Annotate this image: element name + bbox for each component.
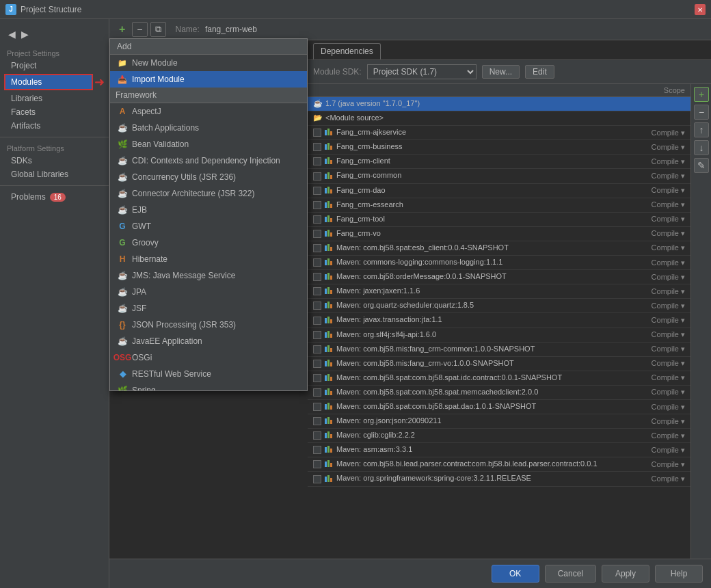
- table-row[interactable]: 📂<Module source>: [308, 111, 690, 126]
- dep-checkbox[interactable]: [313, 331, 321, 339]
- sidebar-item-facets[interactable]: Facets: [0, 105, 109, 119]
- framework-item[interactable]: GGroovy: [110, 235, 307, 251]
- dep-scope[interactable]: Compile ▾: [652, 143, 685, 151]
- dep-scope[interactable]: Compile ▾: [652, 460, 685, 468]
- sidebar-item-artifacts[interactable]: Artifacts: [0, 119, 109, 133]
- new-sdk-button[interactable]: New...: [482, 65, 520, 79]
- dep-scope[interactable]: Compile ▾: [652, 302, 685, 310]
- table-row[interactable]: Fang_crm-clientCompile ▾: [308, 155, 690, 169]
- cancel-button[interactable]: Cancel: [545, 565, 596, 583]
- ok-button[interactable]: OK: [492, 565, 539, 583]
- framework-item[interactable]: 🌿Bean Validation: [110, 136, 307, 152]
- framework-item[interactable]: ☕JMS: Java Message Service: [110, 267, 307, 284]
- dep-checkbox[interactable]: [313, 287, 321, 295]
- table-row[interactable]: Fang_crm-toolCompile ▾: [308, 212, 690, 226]
- dep-checkbox[interactable]: [313, 244, 321, 252]
- table-row[interactable]: Maven: org.quartz-scheduler:quartz:1.8.5…: [308, 299, 690, 313]
- import-module-item[interactable]: 📥 Import Module: [110, 71, 307, 88]
- framework-item[interactable]: AAspectJ: [110, 103, 307, 120]
- dep-scope[interactable]: Compile ▾: [652, 172, 685, 180]
- dep-scope[interactable]: Compile ▾: [652, 345, 685, 353]
- dep-scope[interactable]: Compile ▾: [652, 388, 685, 396]
- table-row[interactable]: Maven: com.bj58.spat:com.bj58.spat.dao:1…: [308, 399, 690, 414]
- table-row[interactable]: Fang_crm-businessCompile ▾: [308, 140, 690, 155]
- table-row[interactable]: ☕1.7 (java version "1.7.0_17"): [308, 97, 690, 111]
- dep-checkbox[interactable]: [313, 388, 321, 397]
- framework-item[interactable]: 🌿Spring: [110, 382, 307, 390]
- framework-item[interactable]: ☕Batch Applications: [110, 120, 307, 136]
- dep-scope[interactable]: Compile ▾: [652, 330, 685, 338]
- table-row[interactable]: Maven: jaxen:jaxen:1.1.6Compile ▾: [308, 284, 690, 299]
- dep-checkbox[interactable]: [313, 230, 321, 238]
- sidebar-item-libraries[interactable]: Libraries: [0, 92, 109, 105]
- table-row[interactable]: Fang_crm-daoCompile ▾: [308, 183, 690, 198]
- dep-scope[interactable]: Compile ▾: [652, 200, 685, 209]
- framework-item[interactable]: ☕EJB: [110, 202, 307, 218]
- dep-checkbox[interactable]: [313, 417, 321, 425]
- add-dep-button[interactable]: +: [694, 87, 709, 102]
- copy-button[interactable]: ⧉: [150, 22, 166, 37]
- framework-item[interactable]: ◆RESTful Web Service: [110, 366, 307, 382]
- forward-button[interactable]: ▶: [18, 27, 31, 41]
- table-row[interactable]: Fang_crm-commonCompile ▾: [308, 169, 690, 183]
- dep-scope[interactable]: Compile ▾: [652, 229, 685, 237]
- dep-scope[interactable]: Compile ▾: [652, 243, 685, 252]
- framework-item[interactable]: {}JSON Processing (JSR 353): [110, 317, 307, 333]
- dep-checkbox[interactable]: [313, 446, 321, 454]
- dep-checkbox[interactable]: [313, 403, 321, 411]
- edit-sdk-button[interactable]: Edit: [525, 65, 554, 79]
- framework-item[interactable]: ☕Connector Architecture (JSR 322): [110, 185, 307, 202]
- dep-scope[interactable]: Compile ▾: [652, 373, 685, 382]
- dep-checkbox[interactable]: [313, 302, 321, 310]
- framework-item[interactable]: OSGOSGi: [110, 349, 307, 366]
- table-row[interactable]: Maven: commons-logging:commons-logging:1…: [308, 256, 690, 270]
- table-row[interactable]: Maven: org.slf4j:slf4j-api:1.6.0Compile …: [308, 328, 690, 342]
- dep-scope[interactable]: Compile ▾: [652, 359, 685, 367]
- table-row[interactable]: Maven: asm:asm:3.3.1Compile ▾: [308, 443, 690, 457]
- close-button[interactable]: ✕: [695, 4, 706, 15]
- dep-checkbox[interactable]: [313, 143, 321, 151]
- dep-scope[interactable]: Compile ▾: [652, 157, 685, 165]
- sidebar-item-global-libraries[interactable]: Global Libraries: [0, 168, 109, 181]
- framework-item[interactable]: ☕JPA: [110, 284, 307, 300]
- dep-checkbox[interactable]: [313, 431, 321, 440]
- dep-scope[interactable]: Compile ▾: [652, 316, 685, 324]
- dep-scope[interactable]: Compile ▾: [652, 273, 685, 281]
- dep-checkbox[interactable]: [313, 172, 321, 181]
- table-row[interactable]: Maven: org.springframework:spring-core:3…: [308, 472, 690, 486]
- sdk-select[interactable]: Project SDK (1.7): [367, 64, 477, 79]
- table-row[interactable]: Maven: com.bj58.bi.lead.parser.contract:…: [308, 457, 690, 472]
- table-row[interactable]: Maven: org.json:json:20090211Compile ▾: [308, 414, 690, 429]
- table-row[interactable]: Fang_crm-ajkserviceCompile ▾: [308, 126, 690, 140]
- dep-scope[interactable]: Compile ▾: [652, 431, 685, 440]
- table-row[interactable]: Maven: com.bj58.spat:com.bj58.spat.idc.c…: [308, 371, 690, 385]
- framework-item[interactable]: ☕CDI: Contexts and Dependency Injection: [110, 152, 307, 169]
- dep-checkbox[interactable]: [313, 360, 321, 368]
- framework-item[interactable]: ☕JavaEE Application: [110, 333, 307, 349]
- dep-checkbox[interactable]: [313, 201, 321, 209]
- sidebar-item-problems[interactable]: Problems 16: [0, 190, 109, 204]
- dep-checkbox[interactable]: [313, 129, 321, 137]
- dep-checkbox[interactable]: [313, 157, 321, 165]
- apply-button[interactable]: Apply: [602, 565, 649, 583]
- dep-checkbox[interactable]: [313, 273, 321, 281]
- table-row[interactable]: Maven: com.bj58.spat:esb_client:0.0.4-SN…: [308, 241, 690, 255]
- table-row[interactable]: Maven: javax.transaction:jta:1.1Compile …: [308, 313, 690, 328]
- sidebar-item-modules[interactable]: Modules: [4, 74, 93, 90]
- table-row[interactable]: Maven: com.bj58.mis:fang_crm-vo:1.0.0-SN…: [308, 356, 690, 371]
- table-row[interactable]: Fang_crm-voCompile ▾: [308, 226, 690, 241]
- table-row[interactable]: Maven: com.bj58:orderMessage:0.0.1-SNAPS…: [308, 270, 690, 284]
- dep-checkbox[interactable]: [313, 345, 321, 353]
- remove-button[interactable]: −: [132, 22, 147, 37]
- add-button[interactable]: +: [115, 22, 129, 37]
- framework-item[interactable]: HHibernate: [110, 251, 307, 267]
- dep-scope[interactable]: Compile ▾: [652, 417, 685, 425]
- dep-scope[interactable]: Compile ▾: [652, 446, 685, 454]
- table-row[interactable]: Maven: com.bj58.spat:com.bj58.spat.memca…: [308, 385, 690, 399]
- remove-dep-button[interactable]: −: [694, 105, 709, 120]
- framework-item[interactable]: GGWT: [110, 218, 307, 235]
- dep-checkbox[interactable]: [313, 475, 321, 483]
- back-button[interactable]: ◀: [5, 27, 18, 41]
- dep-scope[interactable]: Compile ▾: [652, 129, 685, 137]
- framework-item[interactable]: ☕JSF: [110, 300, 307, 317]
